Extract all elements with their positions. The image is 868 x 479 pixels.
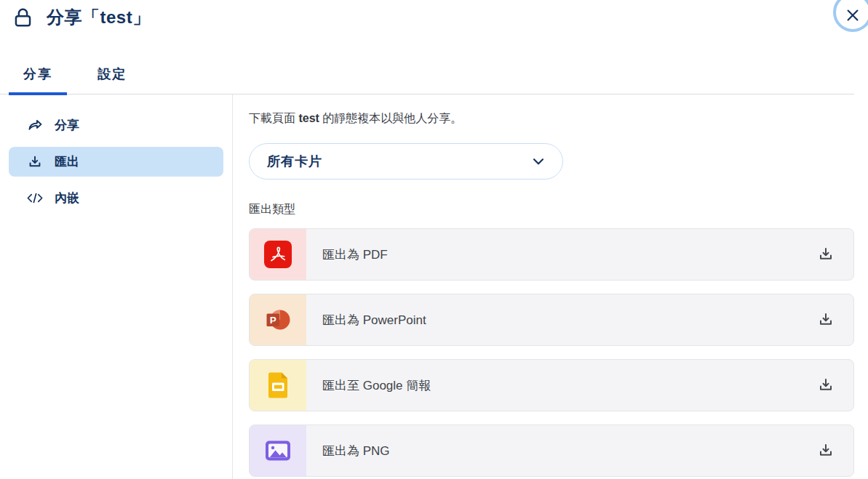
export-row-pdf[interactable]: 匯出為 PDF [249, 228, 854, 281]
sidebar-item-label: 內嵌 [55, 190, 79, 206]
tab-bar: 分享 設定 [0, 63, 854, 94]
powerpoint-icon-tint: P [250, 294, 306, 345]
modal-header: 分享「test」 [0, 0, 868, 29]
png-icon-tint [250, 425, 306, 476]
export-description: 下載頁面 test 的靜態複本以與他人分享。 [249, 111, 854, 126]
export-options-list: 匯出為 PDF P [249, 228, 854, 477]
download-icon[interactable] [817, 311, 835, 329]
description-text: 下載頁面 [249, 112, 298, 124]
download-icon[interactable] [817, 246, 835, 263]
sidebar-item-embed[interactable]: 內嵌 [9, 183, 223, 213]
google-slides-icon [263, 371, 292, 400]
sidebar-item-export[interactable]: 匯出 [9, 147, 223, 177]
modal-title: 分享「test」 [47, 6, 151, 29]
google-slides-icon-tint [250, 360, 306, 411]
export-row-png[interactable]: 匯出為 PNG [249, 424, 854, 477]
page-name: test [298, 112, 319, 124]
export-row-label: 匯出至 Google 簡報 [322, 377, 431, 394]
export-type-label: 匯出類型 [249, 202, 854, 217]
lock-icon [13, 7, 33, 29]
pdf-icon-tint [250, 229, 306, 280]
export-row-powerpoint[interactable]: P 匯出為 PowerPoint [249, 294, 854, 346]
png-image-icon [263, 436, 292, 465]
cards-dropdown[interactable]: 所有卡片 [249, 143, 563, 180]
powerpoint-icon: P [263, 305, 292, 334]
sidebar-item-label: 分享 [55, 117, 79, 134]
svg-text:P: P [270, 315, 276, 326]
modal-body: 分享 匯出 內嵌 下載頁面 test [0, 94, 868, 479]
tab-share[interactable]: 分享 [9, 63, 67, 94]
export-row-label: 匯出為 PDF [322, 246, 388, 263]
download-icon [26, 154, 44, 170]
download-icon[interactable] [817, 442, 835, 459]
code-embed-icon [26, 190, 44, 206]
download-icon[interactable] [817, 377, 835, 394]
export-row-google-slides[interactable]: 匯出至 Google 簡報 [249, 359, 854, 411]
sidebar-item-label: 匯出 [55, 153, 79, 170]
close-icon [845, 7, 861, 23]
export-row-label: 匯出為 PowerPoint [322, 312, 426, 329]
chevron-down-icon [530, 153, 546, 169]
sidebar: 分享 匯出 內嵌 [0, 94, 233, 479]
tab-settings[interactable]: 設定 [83, 63, 141, 94]
description-text: 的靜態複本以與他人分享。 [319, 112, 462, 124]
cards-dropdown-value: 所有卡片 [267, 153, 322, 170]
sidebar-item-share[interactable]: 分享 [9, 110, 223, 140]
pdf-icon [264, 241, 292, 268]
export-panel: 下載頁面 test 的靜態複本以與他人分享。 所有卡片 匯出類型 [233, 94, 868, 479]
share-arrow-icon [26, 117, 44, 134]
export-row-label: 匯出為 PNG [322, 443, 390, 459]
